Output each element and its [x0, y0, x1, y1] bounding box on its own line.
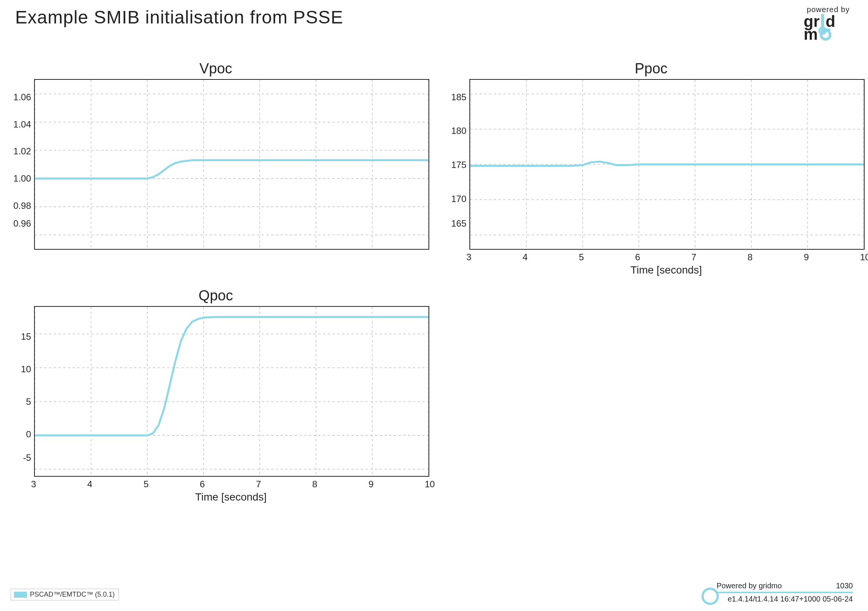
plot-area-qpoc — [34, 306, 429, 477]
legend: PSCAD™/EMTDC™ (5.0.1) — [11, 589, 119, 600]
xlabel-ppoc: Time [seconds] — [469, 264, 863, 276]
plot-area-vpoc — [34, 79, 429, 250]
yticks-qpoc: -5051015 — [4, 306, 34, 469]
page-title: Example SMIB initialisation from PSSE — [15, 7, 343, 28]
xticks-ppoc: 345678910 — [469, 252, 863, 263]
legend-swatch-icon — [14, 592, 27, 598]
footer-divider — [717, 592, 853, 593]
footer-powered: Powered by gridmo — [717, 581, 782, 590]
gridmo-logo-icon: gr d m — [804, 14, 853, 41]
yticks-ppoc: 165170175180185 — [439, 79, 469, 242]
legend-label: PSCAD™/EMTDC™ (5.0.1) — [30, 591, 115, 599]
footer-version: e1.4.14/t1.4.14 16:47+1000 05-06-24 — [717, 595, 853, 603]
charts-grid: Vpoc 0.960.981.001.021.041.06 Ppoc 16517… — [4, 61, 863, 503]
chart-vpoc: Vpoc 0.960.981.001.021.041.06 — [4, 61, 428, 276]
brand-logo: powered by gr d m — [804, 5, 853, 43]
powered-by-label: powered by — [804, 5, 853, 14]
xticks-qpoc: 345678910 — [34, 479, 428, 490]
chart-title-ppoc: Ppoc — [439, 61, 863, 77]
chart-title-vpoc: Vpoc — [4, 61, 428, 77]
yticks-vpoc: 0.960.981.001.021.041.06 — [4, 79, 34, 242]
chart-title-qpoc: Qpoc — [4, 288, 428, 304]
chart-qpoc: Qpoc -5051015 345678910 Time [seconds] — [4, 288, 428, 503]
footer-id: 1030 — [836, 581, 853, 590]
footer: Powered by gridmo 1030 e1.4.14/t1.4.14 1… — [701, 581, 853, 603]
xlabel-qpoc: Time [seconds] — [34, 491, 428, 503]
chart-ppoc: Ppoc 165170175180185 345678910 Time [sec… — [439, 61, 863, 276]
svg-text:m: m — [804, 25, 818, 41]
plot-area-ppoc — [469, 79, 865, 250]
svg-text:d: d — [826, 14, 835, 30]
footer-ring-icon — [701, 588, 719, 605]
